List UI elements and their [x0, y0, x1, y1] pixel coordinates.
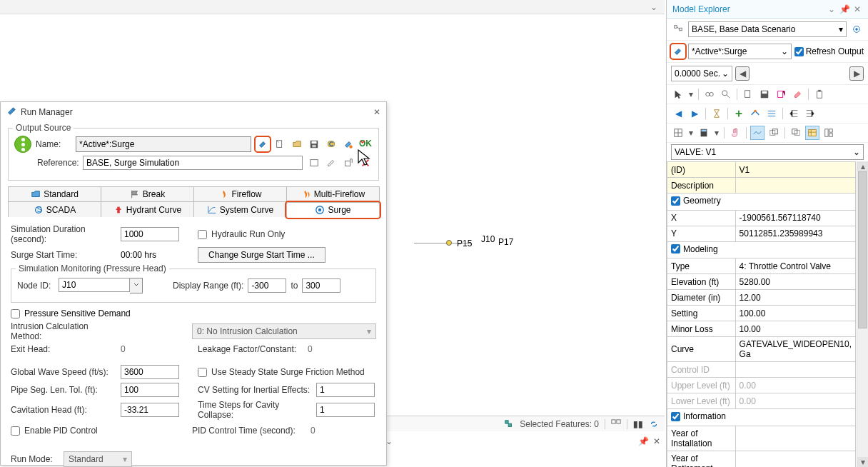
- reference-field[interactable]: [83, 156, 303, 170]
- tab-scada[interactable]: S SCADA: [8, 201, 101, 217]
- cv-input[interactable]: [316, 383, 375, 397]
- back-icon[interactable]: ◀: [671, 106, 685, 121]
- hand-icon[interactable]: [728, 126, 742, 140]
- scroll-down-icon[interactable]: ▾: [857, 457, 868, 467]
- grid-icon[interactable]: [671, 126, 685, 140]
- pipe-tool-icon[interactable]: [748, 106, 762, 121]
- link-icon[interactable]: [702, 87, 717, 101]
- run-manager-titlebar[interactable]: Run Manager ✕: [1, 102, 386, 122]
- clipboard-icon[interactable]: [812, 87, 827, 101]
- add-icon[interactable]: [732, 106, 746, 121]
- table-view-icon[interactable]: [805, 126, 819, 140]
- prop-value[interactable]: 50112851.235989943: [735, 226, 855, 241]
- save-icon[interactable]: [307, 137, 321, 151]
- pin-icon[interactable]: 📌: [638, 436, 649, 446]
- tab-system-curve[interactable]: System Curve: [193, 201, 287, 217]
- indent-right-icon[interactable]: [803, 106, 817, 121]
- prop-value[interactable]: [735, 426, 855, 451]
- prop-value[interactable]: 5280.00: [735, 274, 855, 290]
- close-icon[interactable]: ✕: [852, 4, 862, 14]
- forward-icon[interactable]: ▶: [687, 106, 702, 121]
- time-combo[interactable]: 0.0000 Sec.⌄: [671, 66, 732, 81]
- wave-speed-input[interactable]: [121, 365, 179, 379]
- close-icon[interactable]: ✕: [653, 436, 660, 446]
- enable-pid-checkbox[interactable]: [11, 426, 20, 436]
- hammer-settings-icon[interactable]: [341, 137, 355, 151]
- junction-node-icon[interactable]: [446, 240, 452, 246]
- layout-icon[interactable]: [822, 126, 836, 140]
- refresh-output-checkbox[interactable]: [794, 47, 804, 56]
- category-information[interactable]: Information: [671, 411, 726, 421]
- scenario-tree-icon[interactable]: [671, 22, 685, 36]
- use-steady-checkbox[interactable]: [198, 368, 207, 377]
- node-id-dropdown-button[interactable]: [130, 278, 143, 293]
- pause-icon[interactable]: ▮▮: [633, 419, 643, 429]
- pipe-seg-input[interactable]: [121, 383, 179, 397]
- scenario-combo[interactable]: BASE, Base Data Scenario▾: [688, 21, 847, 37]
- target-icon[interactable]: [849, 22, 864, 36]
- tab-break[interactable]: Break: [101, 186, 194, 201]
- pin-icon[interactable]: 📌: [839, 4, 849, 14]
- range-to-input[interactable]: [302, 278, 340, 293]
- tab-standard[interactable]: Standard: [8, 186, 101, 201]
- export-icon[interactable]: [774, 87, 788, 101]
- map-view-icon[interactable]: [750, 126, 764, 140]
- tab-hydrant-curve[interactable]: Hydrant Curve: [101, 201, 194, 217]
- prop-value[interactable]: GATEVALVE_WIDEOPEN10, Ga: [735, 337, 855, 362]
- close-icon[interactable]: ✕: [373, 107, 380, 117]
- prop-value[interactable]: -1900561.567118740: [735, 210, 855, 226]
- hammer-icon[interactable]: [671, 44, 685, 59]
- tab-fireflow[interactable]: Fireflow: [193, 186, 287, 201]
- link-icon[interactable]: [649, 419, 659, 429]
- edit-icon[interactable]: [324, 156, 338, 170]
- prop-value[interactable]: 4: Throttle Control Valve: [735, 258, 855, 274]
- scroll-thumb[interactable]: [858, 171, 867, 328]
- eraser-icon[interactable]: [790, 87, 804, 101]
- new-file-icon[interactable]: [273, 137, 287, 151]
- model-explorer-titlebar[interactable]: Model Explorer ⌄ 📌 ✕: [667, 0, 868, 19]
- hammer-run-icon[interactable]: [256, 137, 270, 151]
- hydraulic-only-checkbox[interactable]: [198, 230, 207, 239]
- indent-left-icon[interactable]: [787, 106, 801, 121]
- prop-value[interactable]: 100.00: [735, 306, 855, 321]
- prop-value[interactable]: V1: [735, 162, 855, 178]
- document-icon[interactable]: [741, 87, 755, 101]
- hourglass-icon[interactable]: [710, 106, 724, 121]
- prop-value[interactable]: 12.00: [735, 290, 855, 306]
- category-geometry[interactable]: Geometry: [671, 196, 721, 206]
- next-step-icon[interactable]: ▶: [849, 66, 864, 81]
- prop-value[interactable]: 10.00: [735, 321, 855, 337]
- element-select-combo[interactable]: VALVE: V1⌄: [671, 144, 864, 160]
- lines-icon[interactable]: [764, 106, 779, 121]
- prop-value[interactable]: [735, 451, 855, 467]
- cav-head-input[interactable]: [121, 403, 179, 417]
- node-id-input[interactable]: [59, 278, 130, 292]
- delete-icon[interactable]: [358, 156, 373, 170]
- chevron-down-icon[interactable]: ⌄: [827, 4, 837, 14]
- calc-icon[interactable]: [697, 126, 711, 140]
- name-combo[interactable]: *Active*:Surge: [76, 136, 251, 152]
- chevron-down-icon[interactable]: ▾: [687, 87, 695, 101]
- open-folder-icon[interactable]: [290, 137, 304, 151]
- chevron-down-icon[interactable]: ▾: [713, 126, 720, 140]
- window-icon[interactable]: [307, 156, 321, 170]
- layer-back-icon[interactable]: [767, 126, 781, 140]
- save-icon[interactable]: [757, 87, 772, 101]
- zoom-icon[interactable]: [719, 87, 733, 101]
- pointer-icon[interactable]: [671, 87, 685, 101]
- tab-surge[interactable]: Surge: [286, 202, 380, 218]
- chevron-down-icon[interactable]: ▾: [687, 126, 695, 140]
- scrollbar[interactable]: ▴ ▾: [857, 161, 868, 467]
- layer-front-icon[interactable]: [789, 126, 803, 140]
- pressure-demand-checkbox[interactable]: [11, 309, 20, 318]
- sim-duration-input[interactable]: [121, 227, 179, 241]
- grid-toggle-icon[interactable]: [611, 419, 621, 429]
- active-run-combo[interactable]: *Active*:Surge⌄: [688, 44, 792, 59]
- time-steps-input[interactable]: [316, 403, 375, 417]
- export-icon[interactable]: [341, 156, 355, 170]
- range-from-input[interactable]: [248, 278, 286, 293]
- category-modeling[interactable]: Modeling: [671, 244, 718, 254]
- map-canvas[interactable]: P15 J10 P17: [385, 0, 665, 438]
- prop-value[interactable]: [735, 178, 855, 194]
- scroll-up-icon[interactable]: ▴: [857, 161, 868, 171]
